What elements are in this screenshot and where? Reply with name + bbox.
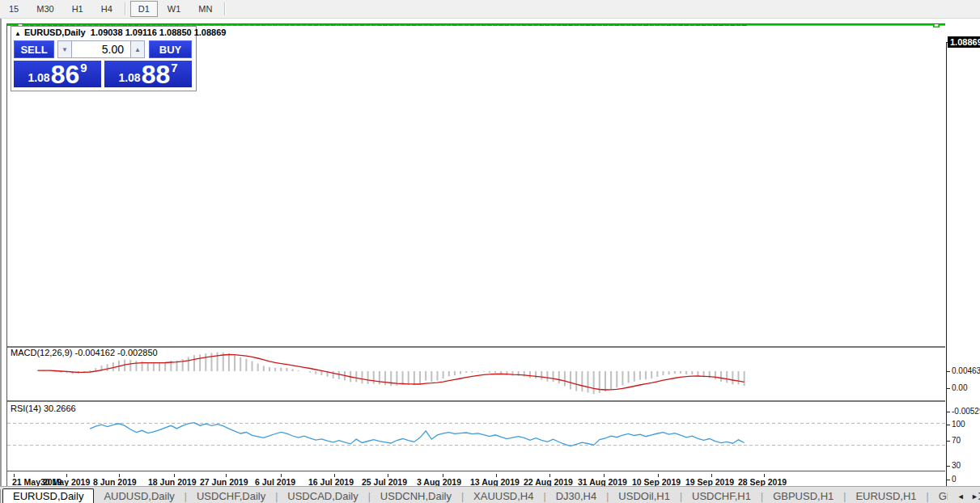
sell-price-prefix: 1.08 [28,71,49,84]
volume-stepper: ▼ 5.00 ▲ [57,40,145,58]
sell-button[interactable]: SELL [14,40,54,58]
buy-price-prefix: 1.08 [118,71,140,84]
sell-price-display[interactable]: 1.08 86 9 [14,61,101,87]
price-axis[interactable]: 1.139501.134801.130101.125301.120601.115… [947,37,980,503]
rsi-axis-label: 0 [952,475,957,484]
buy-price-display[interactable]: 1.08 88 7 [104,61,192,87]
chart-symbol-period: EURUSD,Daily [24,27,86,37]
chart-tab-bar: EURUSD,DailyAUDUSD,Daily|USDCHF,Daily|US… [0,486,980,503]
chart-tab-eurusd-h1[interactable]: EURUSD,H1 [846,489,926,503]
mt4-window: 15M30H1H4D1W1MN MACD(12,26,9) -0.004162 … [0,0,980,503]
tab-scroll-arrows: ◄ ► [948,492,978,501]
volume-input[interactable]: 5.00 [72,40,130,58]
timeframe-button-h4[interactable]: H4 [93,1,121,17]
buy-button[interactable]: BUY [149,40,192,58]
chart-window: MACD(12,26,9) -0.004162 -0.002850 RSI(14… [0,19,980,486]
timeframe-toolbar: 15M30H1H4D1W1MN [0,0,980,19]
rsi-canvas[interactable] [7,402,945,471]
chart-tab-gbpusd-h1[interactable]: GBPUSD,H1 [763,489,843,503]
macd-axis-label: 0.00463 [952,366,980,375]
macd-label: MACD(12,26,9) -0.004162 -0.002850 [11,348,158,357]
rsi-axis-label: 100 [952,420,965,429]
tab-scroll-left-icon[interactable]: ◄ [957,492,965,501]
chart-tab-eurusd-daily[interactable]: EURUSD,Daily [2,488,94,503]
rsi-pane[interactable] [7,401,945,471]
rsi-label: RSI(14) 30.2666 [11,404,76,413]
volume-down-icon[interactable]: ▼ [57,40,72,58]
sell-price-big: 86 [51,63,80,86]
rsi-line [90,423,745,446]
one-click-trade-panel: SELL ▼ 5.00 ▲ BUY 1.08 86 9 1.08 [11,37,197,91]
chart-tab-xauusd-h4[interactable]: XAUUSD,H4 [464,489,543,503]
buy-price-big: 88 [142,63,171,86]
chart-tab-usdoil-h1[interactable]: USDOil,H1 [609,489,680,503]
chart-tab-usdcnh-daily[interactable]: USDCNH,Daily [371,489,461,503]
macd-axis-label: -0.005299 [952,407,980,416]
collapse-triangle-icon[interactable]: ▲ [15,30,21,37]
volume-up-icon[interactable]: ▲ [130,40,145,58]
tabbar-edge [0,489,1,503]
timeframe-button-h1[interactable]: H1 [64,1,91,17]
timeframe-button-w1[interactable]: W1 [159,1,189,17]
timeframe-button-15[interactable]: 15 [1,1,27,17]
rsi-axis-label: 30 [952,461,961,470]
chart-tab-usdchf-daily[interactable]: USDCHF,Daily [187,489,275,503]
line-handle[interactable] [934,24,939,27]
chart-tab-usdchf-h1[interactable]: USDCHF,H1 [682,489,761,503]
tab-scroll-right-icon[interactable]: ► [971,492,978,501]
timeframe-button-mn[interactable]: MN [190,1,220,17]
macd-axis-label: 0.00 [952,383,967,392]
current-price-badge: 1.08869 [948,36,980,48]
buy-price-pip: 7 [171,61,177,74]
chart-tab-usdcad-daily[interactable]: USDCAD,Daily [278,489,367,503]
toolbar-separator [125,2,126,15]
rsi-axis-label: 70 [952,436,961,445]
chart-panes: MACD(12,26,9) -0.004162 -0.002850 RSI(14… [6,23,946,486]
chart-tab-audusd-daily[interactable]: AUDUSD,Daily [94,489,184,503]
sell-price-pip: 9 [80,61,87,74]
timeframe-button-d1[interactable]: D1 [130,1,158,17]
chart-tab-dj30-h4[interactable]: DJ30,H4 [546,489,607,503]
toolbar-separator [224,2,226,15]
chart-ohlc-values: 1.09038 1.09116 1.08850 1.08869 [91,27,227,37]
timeframe-button-m30[interactable]: M30 [28,1,62,17]
